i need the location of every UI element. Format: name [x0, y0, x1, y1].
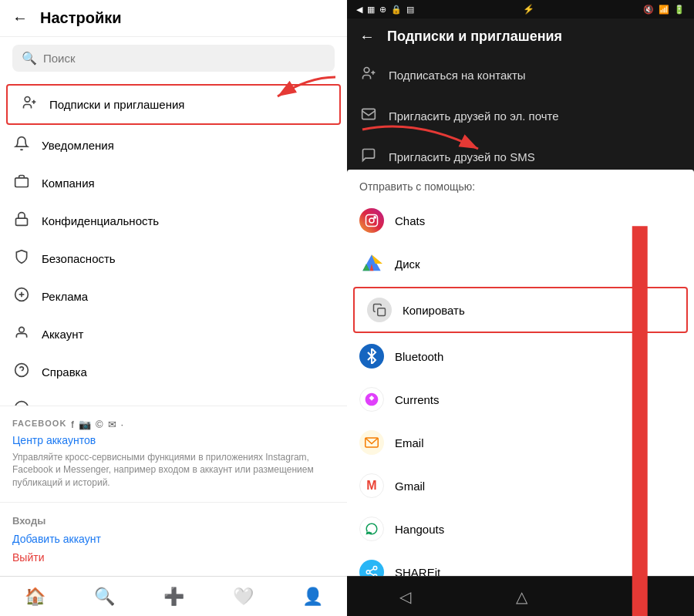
entrances-section: Входы Добавить аккаунт Выйти	[0, 502, 347, 576]
left-nav-add[interactable]: ➕	[163, 587, 184, 607]
info-icon	[12, 400, 31, 406]
right-menu-subscribe[interactable]: Подписаться на контакты	[347, 55, 694, 96]
menu-item-help[interactable]: Справка	[0, 353, 347, 391]
share-item-drive[interactable]: Диск	[347, 242, 694, 285]
menu-label-info: Информация	[42, 403, 113, 406]
menu-item-ads[interactable]: Реклама	[0, 278, 347, 315]
left-nav-home[interactable]: 🏠	[25, 587, 45, 607]
menu-item-privacy[interactable]: Конфиденциальность	[0, 202, 347, 240]
left-bottom-nav: 🏠 🔍 ➕ 🤍 👤	[0, 576, 347, 616]
right-nav-back[interactable]: ◁	[399, 587, 411, 606]
menu-item-notifications[interactable]: Уведомления	[0, 126, 347, 164]
search-icon: 🔍	[22, 51, 37, 66]
facebook-icon-c: ©	[96, 419, 103, 430]
hangouts-app-icon	[359, 517, 384, 541]
email-app-icon	[359, 430, 384, 455]
menu-item-company[interactable]: Компания	[0, 164, 347, 202]
menu-label-help: Справка	[42, 365, 87, 379]
share-label-chats: Chats	[395, 214, 425, 227]
facebook-icon-mail: ✉	[108, 419, 116, 430]
svg-point-29	[373, 567, 377, 571]
status-signal-icon: ⊕	[379, 5, 386, 15]
left-panel: ← Настройки 🔍 Подписки и приглашения Уве…	[0, 0, 347, 616]
subscriptions-icon	[20, 95, 39, 114]
share-label-email: Email	[395, 436, 424, 449]
share-item-copy[interactable]: Копировать	[353, 287, 688, 333]
search-bar[interactable]: 🔍	[12, 45, 335, 72]
bluetooth-app-icon	[359, 344, 384, 369]
share-item-shareit[interactable]: SHAREit	[347, 550, 694, 576]
company-icon	[12, 173, 31, 193]
add-account-link[interactable]: Добавить аккаунт	[12, 533, 335, 545]
svg-point-26	[374, 217, 376, 218]
privacy-icon	[12, 211, 31, 231]
status-bar: ◀ ▦ ⊕ 🔒 ▤ ⚡ 🔇 📶 🔋	[347, 0, 694, 19]
share-item-chats[interactable]: Chats	[347, 199, 694, 242]
share-item-currents[interactable]: Currents	[347, 378, 694, 421]
left-menu-list: Подписки и приглашения Уведомления Компа…	[0, 79, 347, 406]
invite-sms-icon	[359, 147, 378, 167]
share-item-hangouts[interactable]: Hangouts	[347, 507, 694, 550]
logout-link[interactable]: Выйти	[12, 551, 335, 564]
menu-label-company: Компания	[42, 177, 95, 190]
left-nav-heart[interactable]: 🤍	[233, 587, 254, 607]
menu-label-subscriptions: Подписки и приглашения	[49, 98, 184, 111]
status-right: 🔇 📶 🔋	[643, 5, 685, 15]
share-item-email[interactable]: Email	[347, 421, 694, 464]
drive-app-icon	[359, 251, 384, 276]
right-nav-recents[interactable]: □	[632, 587, 642, 605]
left-nav-profile[interactable]: 👤	[302, 587, 323, 607]
svg-line-33	[369, 569, 373, 571]
menu-label-ads: Реклама	[42, 290, 88, 303]
right-header: ← Подписки и приглашения	[347, 19, 694, 55]
shareit-app-icon	[359, 560, 384, 576]
left-back-button[interactable]: ←	[12, 9, 28, 27]
notifications-icon	[12, 136, 31, 155]
status-sd-icon: ▦	[367, 5, 375, 15]
search-input[interactable]	[43, 52, 325, 65]
menu-item-account[interactable]: Аккаунт	[0, 315, 347, 353]
facebook-icon-f: f	[71, 419, 74, 430]
left-nav-search[interactable]: 🔍	[94, 587, 115, 607]
invite-email-icon	[359, 106, 378, 126]
copy-app-icon	[367, 298, 392, 322]
wifi-icon: 📶	[659, 5, 669, 15]
share-item-gmail[interactable]: M Gmail	[347, 464, 694, 507]
menu-label-notifications: Уведомления	[42, 139, 114, 152]
share-label-gmail: Gmail	[395, 480, 425, 493]
svg-rect-3	[15, 178, 29, 187]
svg-rect-4	[16, 218, 28, 225]
share-label-shareit: SHAREit	[395, 566, 440, 577]
facebook-icon-dot: ·	[121, 419, 124, 430]
status-left: ◀ ▦ ⊕ 🔒 ▤	[356, 5, 414, 15]
status-grid-icon: ▤	[406, 5, 414, 15]
account-icon	[12, 325, 31, 344]
right-menu-invite-email[interactable]: Пригласить друзей по эл. почте	[347, 96, 694, 136]
volume-icon: 🔇	[643, 5, 654, 15]
right-menu-label-invite-email: Пригласить друзей по эл. почте	[389, 109, 559, 123]
ads-icon	[12, 287, 31, 306]
menu-item-subscriptions[interactable]: Подписки и приглашения	[6, 84, 341, 125]
menu-item-security[interactable]: Безопасность	[0, 240, 347, 278]
menu-item-info[interactable]: Информация	[0, 391, 347, 406]
right-nav-home[interactable]: △	[516, 587, 527, 606]
share-label-bluetooth: Bluetooth	[395, 350, 443, 363]
account-center-link[interactable]: Центр аккаунтов	[12, 434, 335, 446]
facebook-icon-camera: 📷	[79, 419, 91, 430]
right-back-button[interactable]: ←	[359, 28, 375, 45]
menu-label-account: Аккаунт	[42, 328, 83, 341]
currents-app-icon	[359, 387, 384, 412]
share-label-copy: Копировать	[403, 304, 465, 317]
left-header: ← Настройки	[0, 0, 347, 37]
gmail-app-icon: M	[359, 473, 384, 498]
account-center-desc: Управляйте кросс-сервисными функциями в …	[12, 451, 335, 490]
svg-line-32	[369, 573, 373, 575]
svg-point-30	[366, 571, 370, 574]
share-label-drive: Диск	[395, 258, 420, 271]
share-item-bluetooth[interactable]: Bluetooth	[347, 335, 694, 378]
svg-point-25	[369, 218, 374, 223]
chats-app-icon	[359, 208, 384, 233]
svg-rect-18	[362, 109, 376, 119]
right-bottom-nav: ◁ △ □	[347, 576, 694, 616]
share-sheet-title: Отправить с помощью:	[347, 170, 694, 199]
